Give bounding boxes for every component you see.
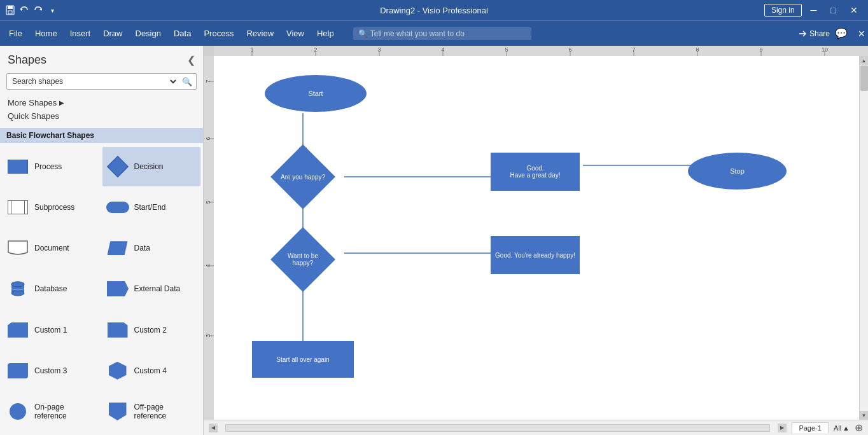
- shapes-panel: Shapes ❮ Search shapes 🔍 More Shapes ▶ Q…: [0, 46, 204, 435]
- menu-help[interactable]: Help: [311, 25, 340, 42]
- menu-review[interactable]: Review: [240, 25, 280, 42]
- drawing-canvas[interactable]: Start Are you happy? Want to be happy? G…: [214, 56, 859, 420]
- shape-item-custom4[interactable]: Custom 4: [102, 351, 201, 390]
- data-shape-icon: [106, 239, 129, 257]
- shape-item-custom1[interactable]: Custom 1: [3, 310, 101, 350]
- more-shapes-arrow: ▶: [59, 99, 64, 106]
- svg-text:3: 3: [377, 46, 381, 53]
- shape-item-data[interactable]: Data: [102, 228, 201, 268]
- extdata-shape-icon: [106, 280, 129, 298]
- decision-label: Decision: [134, 162, 164, 171]
- customize-icon[interactable]: ▾: [47, 5, 57, 15]
- svg-text:2: 2: [314, 46, 317, 53]
- undo-icon[interactable]: [19, 5, 29, 15]
- subprocess-shape-icon: [6, 198, 29, 216]
- scroll-up-button[interactable]: ▲: [860, 56, 869, 65]
- menu-view[interactable]: View: [280, 25, 311, 42]
- scroll-left-button[interactable]: ◀: [209, 424, 218, 432]
- svg-text:6: 6: [568, 46, 571, 53]
- canvas-shape-start[interactable]: Start: [265, 75, 367, 112]
- panel-links: More Shapes ▶ Quick Shapes: [0, 95, 203, 124]
- horizontal-scrollbar[interactable]: [225, 424, 770, 432]
- add-page-button[interactable]: ⊕: [855, 422, 863, 434]
- process-label: Process: [34, 162, 62, 171]
- share-button[interactable]: Share: [798, 29, 830, 38]
- decision-shape-icon: [106, 158, 129, 176]
- extdata-label: External Data: [134, 284, 181, 293]
- menu-process[interactable]: Process: [197, 25, 240, 42]
- scroll-thumb[interactable]: [860, 66, 868, 91]
- search-shapes-select[interactable]: Search shapes: [7, 74, 178, 89]
- svg-text:8: 8: [696, 46, 699, 53]
- sign-in-button[interactable]: Sign in: [764, 4, 802, 17]
- shape-item-startend[interactable]: Start/End: [102, 188, 201, 227]
- shape-item-onpage[interactable]: On-page reference: [3, 392, 101, 431]
- page-tab-1[interactable]: Page-1: [792, 422, 828, 433]
- custom4-shape-icon: [106, 362, 129, 380]
- menu-data[interactable]: Data: [167, 25, 197, 42]
- redo-icon[interactable]: [33, 5, 43, 15]
- shapes-header: Shapes ❮: [0, 46, 203, 71]
- minimize-button[interactable]: ─: [806, 5, 822, 15]
- canvas-shape-restart[interactable]: Start all over again: [252, 341, 354, 378]
- custom2-shape-icon: [106, 321, 129, 339]
- tell-me-input[interactable]: [370, 29, 526, 38]
- shape-item-custom2[interactable]: Custom 2: [102, 310, 201, 350]
- svg-text:4: 4: [205, 264, 211, 267]
- title-bar: ▾ Drawing2 - Visio Professional Sign in …: [0, 0, 868, 20]
- shape-item-document[interactable]: Document: [3, 228, 101, 268]
- document-label: Document: [34, 244, 69, 252]
- shape-item-custom3[interactable]: Custom 3: [3, 351, 101, 390]
- shape-item-process[interactable]: Process: [3, 147, 101, 186]
- shape-item-offpage[interactable]: Off-page reference: [102, 392, 201, 431]
- scroll-track: [860, 65, 868, 411]
- canvas-shape-q1[interactable]: Are you happy?: [262, 145, 344, 209]
- title-bar-left: ▾: [5, 5, 57, 15]
- close-button[interactable]: ✕: [845, 5, 863, 15]
- search-bar[interactable]: Search shapes 🔍: [6, 73, 197, 90]
- restore-button[interactable]: □: [826, 5, 841, 15]
- menu-home[interactable]: Home: [29, 25, 64, 42]
- vertical-scrollbar[interactable]: ▲ ▼: [859, 56, 868, 420]
- canvas-shape-good2[interactable]: Good. You're already happy!: [491, 236, 580, 274]
- save-icon[interactable]: [5, 5, 15, 15]
- svg-rect-2: [8, 11, 12, 14]
- menu-design[interactable]: Design: [129, 25, 167, 42]
- database-label: Database: [34, 284, 67, 293]
- shape-item-database[interactable]: Database: [3, 269, 101, 308]
- custom2-label: Custom 2: [134, 326, 167, 335]
- menu-draw[interactable]: Draw: [97, 25, 129, 42]
- svg-text:4: 4: [441, 46, 444, 53]
- shape-item-extdata[interactable]: External Data: [102, 269, 201, 308]
- svg-rect-8: [214, 46, 868, 56]
- canvas-shape-stop[interactable]: Stop: [688, 153, 787, 190]
- quick-shapes-link[interactable]: Quick Shapes: [6, 109, 197, 123]
- shapes-grid: Process Decision Subprocess: [0, 143, 203, 435]
- tell-me-search[interactable]: 🔍: [353, 27, 531, 40]
- svg-rect-29: [204, 56, 214, 420]
- ruler-row: 1 2 3 4 5 6 7 8 9: [204, 46, 868, 56]
- comment-icon[interactable]: 💬: [835, 27, 848, 39]
- svg-point-5: [11, 291, 24, 296]
- main-layout: Shapes ❮ Search shapes 🔍 More Shapes ▶ Q…: [0, 46, 868, 435]
- title-bar-right: Sign in ─ □ ✕: [764, 4, 863, 17]
- section-header-basic-flowchart: Basic Flowchart Shapes: [0, 128, 203, 143]
- process-shape-icon: [6, 158, 29, 176]
- more-shapes-link[interactable]: More Shapes ▶: [6, 96, 197, 109]
- scroll-right-button[interactable]: ▶: [778, 424, 787, 432]
- svg-text:7: 7: [632, 46, 635, 53]
- shape-item-subprocess[interactable]: Subprocess: [3, 188, 101, 227]
- all-dropdown-icon: ▲: [843, 424, 850, 432]
- canvas-shape-good1[interactable]: Good. Have a great day!: [491, 153, 580, 191]
- page-all-button[interactable]: All ▲: [834, 424, 850, 432]
- close-ribbon-button[interactable]: ✕: [858, 29, 865, 39]
- scroll-down-button[interactable]: ▼: [860, 411, 869, 420]
- ruler-vertical: 7 6 5 4 3: [204, 56, 214, 420]
- shape-item-decision[interactable]: Decision: [102, 147, 201, 186]
- bottom-bar: ◀ ▶ Page-1 All ▲ ⊕: [204, 420, 868, 435]
- menu-insert[interactable]: Insert: [64, 25, 97, 42]
- canvas-shape-q2[interactable]: Want to be happy?: [262, 228, 344, 291]
- collapse-panel-button[interactable]: ❮: [187, 54, 195, 66]
- search-shapes-button[interactable]: 🔍: [178, 74, 196, 89]
- menu-file[interactable]: File: [3, 25, 29, 42]
